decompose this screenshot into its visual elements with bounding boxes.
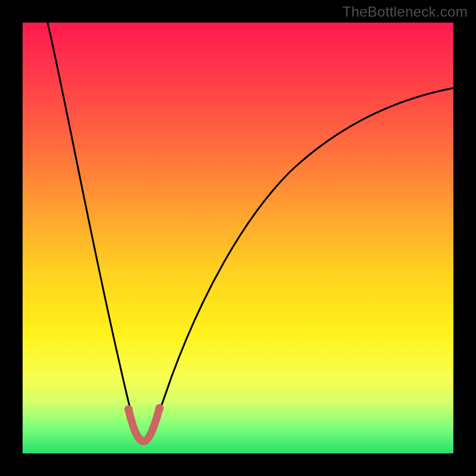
chart-area <box>23 23 453 453</box>
chart-svg <box>23 23 453 453</box>
highlight-dot <box>155 404 164 412</box>
highlight-path <box>129 408 159 441</box>
watermark-text: TheBottleneck.com <box>342 4 468 20</box>
curve-path <box>48 23 453 439</box>
highlight-dot <box>124 405 133 414</box>
